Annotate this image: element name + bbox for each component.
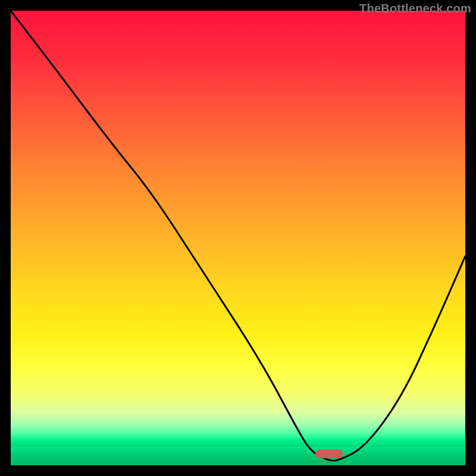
bottleneck-curve bbox=[11, 11, 465, 465]
optimum-marker bbox=[315, 449, 343, 458]
chart-root: TheBottleneck.com bbox=[0, 0, 476, 476]
plot-area bbox=[11, 11, 465, 465]
